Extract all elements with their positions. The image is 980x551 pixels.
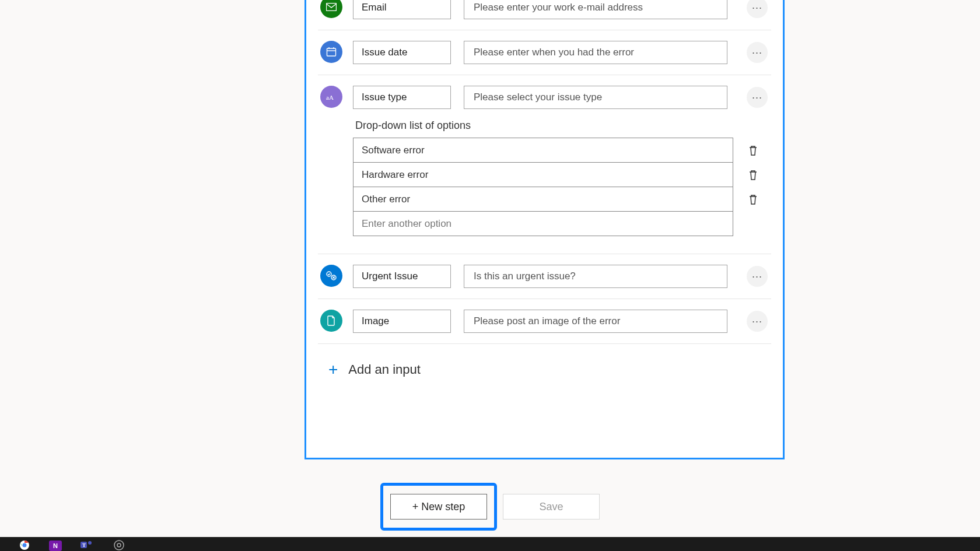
trigger-card: ··· ··· aA ··· Drop-down list of options <box>304 0 785 459</box>
more-button-urgent[interactable]: ··· <box>747 266 768 287</box>
input-desc-email[interactable] <box>464 0 727 19</box>
taskbar-teams-icon[interactable]: T <box>78 539 94 551</box>
svg-rect-0 <box>327 3 337 11</box>
taskbar-app-icon[interactable] <box>111 539 127 551</box>
file-icon <box>320 310 342 332</box>
yesno-icon <box>320 265 342 287</box>
plus-icon: + <box>328 360 338 379</box>
more-button-email[interactable]: ··· <box>747 0 768 18</box>
dropdown-option-text: Hardware error <box>362 169 428 181</box>
input-desc-urgent[interactable] <box>464 265 727 288</box>
new-step-button[interactable]: + New step <box>390 494 487 520</box>
delete-option-icon[interactable] <box>748 194 758 205</box>
input-name-urgent[interactable] <box>353 265 451 288</box>
input-desc-date[interactable] <box>464 41 727 64</box>
more-button-type[interactable]: ··· <box>747 87 768 108</box>
save-button[interactable]: Save <box>503 494 600 520</box>
input-name-image[interactable] <box>353 310 451 333</box>
dropdown-option-text: Software error <box>362 145 425 156</box>
svg-text:aA: aA <box>326 94 334 101</box>
input-row-urgent: ··· <box>318 254 771 299</box>
dropdown-options-block: Drop-down list of options Software error… <box>353 109 771 236</box>
dropdown-option-text: Other error <box>362 194 410 205</box>
add-input-label: Add an input <box>348 362 421 377</box>
add-input-button[interactable]: + Add an input <box>318 344 771 395</box>
input-row-date: ··· <box>318 30 771 75</box>
svg-point-12 <box>88 541 92 545</box>
dropdown-option-new[interactable] <box>354 212 733 236</box>
bottom-button-row: + New step Save <box>0 483 980 531</box>
input-desc-image[interactable] <box>464 310 727 333</box>
taskbar: N T <box>0 537 980 551</box>
taskbar-chrome-icon[interactable] <box>16 539 33 551</box>
svg-text:T: T <box>82 542 86 548</box>
dropdown-label: Drop-down list of options <box>353 120 771 132</box>
taskbar-onenote-icon[interactable]: N <box>49 541 62 551</box>
input-name-email[interactable] <box>353 0 451 19</box>
delete-option-icon[interactable] <box>748 145 758 156</box>
input-name-date[interactable] <box>353 41 451 64</box>
more-button-date[interactable]: ··· <box>747 42 768 63</box>
input-row-image: ··· <box>318 299 771 344</box>
delete-option-icon[interactable] <box>748 169 758 181</box>
dropdown-option[interactable]: Other error <box>354 187 733 212</box>
text-icon: aA <box>320 86 342 108</box>
calendar-icon <box>320 41 342 63</box>
input-name-type[interactable] <box>353 86 451 109</box>
svg-point-13 <box>114 541 124 550</box>
svg-point-9 <box>23 543 27 548</box>
input-row-email: ··· <box>318 0 771 30</box>
svg-rect-1 <box>327 48 336 56</box>
new-step-highlight: + New step <box>380 483 497 531</box>
dropdown-new-input[interactable] <box>362 218 724 230</box>
dropdown-list: Software error Hardware error Other erro… <box>353 138 733 236</box>
input-desc-type[interactable] <box>464 86 727 109</box>
svg-point-6 <box>327 272 331 276</box>
dropdown-option[interactable]: Software error <box>354 138 733 163</box>
email-icon <box>320 0 342 18</box>
input-row-type: aA ··· Drop-down list of options Softwar… <box>318 75 771 254</box>
svg-point-14 <box>117 543 121 547</box>
more-button-image[interactable]: ··· <box>747 311 768 332</box>
dropdown-option[interactable]: Hardware error <box>354 163 733 187</box>
